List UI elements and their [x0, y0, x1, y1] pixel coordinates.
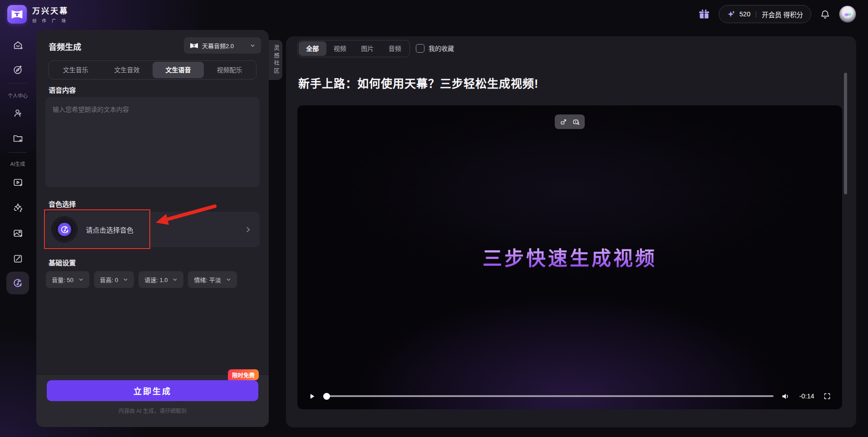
- chevron-down-icon: [79, 277, 84, 282]
- video-controls: -0:14: [308, 388, 831, 404]
- panel-footer: 限时免费 立即生成 内容由 AI 生成，请仔细甄别: [36, 374, 269, 427]
- video-caption: 三步快速生成视频: [297, 243, 842, 271]
- fullscreen-icon: [823, 392, 831, 400]
- membership-label: 开会员 得积分: [762, 10, 803, 19]
- fullscreen-button[interactable]: [823, 392, 831, 400]
- panel-title: 音频生成: [49, 40, 81, 52]
- voice-select-row[interactable]: 请点击选择音色: [45, 212, 260, 247]
- notification-bell-icon[interactable]: [820, 9, 830, 20]
- community-tab[interactable]: 灵感社区: [267, 40, 282, 80]
- progress-slider[interactable]: [323, 392, 774, 400]
- image-generate-icon: [12, 228, 24, 239]
- audio-mode-tabs: 文生音乐 文生音效 文生语音 视频配乐: [49, 60, 256, 79]
- audio-generate-icon: [12, 277, 24, 289]
- sidebar-item-home[interactable]: [8, 35, 27, 55]
- speed-select[interactable]: 语速: 1.0: [138, 271, 183, 288]
- page-title: 新手上路：如何使用天幕？三步轻松生成视频!: [298, 74, 538, 91]
- scrollbar-thumb[interactable]: [844, 73, 847, 194]
- tab-video-score[interactable]: 视频配乐: [204, 62, 255, 78]
- sidebar-divider: [9, 83, 27, 84]
- media-filter-tabs: 全部 视频 图片 音频: [297, 40, 410, 57]
- brand-subtitle: 创 作 广 场: [32, 18, 69, 24]
- filter-tab-video[interactable]: 视频: [326, 41, 354, 56]
- progress-thumb[interactable]: [323, 393, 330, 400]
- voice-content-input[interactable]: [45, 97, 260, 187]
- audio-generation-panel: 音频生成 天幕音频2.0 文生音乐 文生音效 文生语音 视频配乐 语音内容 音色…: [36, 30, 269, 427]
- generate-button[interactable]: 立即生成: [47, 380, 258, 401]
- sidebar-item-files[interactable]: [8, 129, 27, 148]
- tianmu-mini-icon: [190, 43, 198, 49]
- voice-select-placeholder: 请点击选择音色: [86, 225, 133, 234]
- favorites-checkbox[interactable]: [416, 44, 424, 53]
- home-icon: [12, 40, 24, 51]
- play-icon: [308, 392, 316, 400]
- limited-free-badge: 限时免费: [228, 369, 259, 380]
- video-edit-icon[interactable]: [572, 118, 580, 126]
- credits-count: 520: [740, 10, 750, 18]
- ai-disclaimer: 内容由 AI 生成，请仔细甄别: [36, 407, 269, 414]
- gift-icon[interactable]: [698, 8, 710, 20]
- emotion-select[interactable]: 情绪: 平淡: [188, 271, 237, 288]
- vinyl-record-icon: [51, 216, 78, 243]
- filter-tab-audio[interactable]: 音频: [381, 41, 409, 56]
- model-selector-value: 天幕音频2.0: [202, 41, 234, 50]
- chevron-right-icon: [245, 226, 252, 233]
- tab-text-to-speech[interactable]: 文生语音: [153, 62, 204, 78]
- basic-settings-label: 基础设置: [49, 258, 76, 267]
- sparkle-icon: [727, 10, 735, 19]
- voice-content-label: 语音内容: [49, 85, 76, 94]
- community-tab-label: 灵感社区: [272, 45, 281, 75]
- play-button[interactable]: [308, 392, 316, 400]
- chevron-down-icon: [173, 277, 178, 282]
- tab-text-to-sfx[interactable]: 文生音效: [101, 62, 153, 78]
- chevron-down-icon: [226, 277, 231, 282]
- effects-icon: [12, 202, 24, 213]
- user-avatar[interactable]: [839, 5, 856, 23]
- profile-icon: [12, 108, 24, 119]
- pitch-value: 音高: 0: [100, 275, 118, 284]
- sidebar-item-effects[interactable]: [8, 198, 27, 217]
- basic-settings-row: 音量: 50 音高: 0 语速: 1.0 情绪: 平淡: [46, 271, 237, 288]
- filter-tab-all[interactable]: 全部: [299, 41, 326, 56]
- emotion-value: 情绪: 平淡: [194, 275, 221, 284]
- filter-tab-image[interactable]: 图片: [354, 41, 381, 56]
- video-toolbar: [555, 114, 585, 129]
- chevron-down-icon: [123, 277, 128, 282]
- video-player[interactable]: 三步快速生成视频 -0:14: [297, 105, 842, 409]
- pip-icon[interactable]: [560, 118, 567, 126]
- brand-title: 万兴天幕: [32, 5, 69, 16]
- tab-text-to-music[interactable]: 文生音乐: [50, 62, 101, 78]
- app-root: 万兴天幕 创 作 广 场 520: [0, 0, 868, 437]
- sidebar-group-personal: 个人中心: [0, 92, 35, 99]
- progress-track[interactable]: [323, 395, 774, 397]
- topbar-actions: 520 开会员 得积分: [698, 5, 856, 23]
- sidebar-item-image-generate[interactable]: [8, 223, 27, 243]
- voice-select-label: 音色选择: [49, 199, 76, 209]
- pitch-select[interactable]: 音高: 0: [94, 271, 134, 288]
- membership-credits-button[interactable]: 520 开会员 得积分: [719, 5, 811, 23]
- sidebar-item-profile[interactable]: [8, 104, 27, 123]
- sidebar-item-ai-edit[interactable]: [8, 249, 27, 268]
- brand-text: 万兴天幕 创 作 广 场: [32, 5, 69, 24]
- sidebar: 个人中心 AI生成: [0, 28, 35, 437]
- app-logo-icon: [7, 5, 27, 24]
- favorites-label: 我的收藏: [429, 44, 454, 53]
- speed-value: 语速: 1.0: [144, 275, 168, 284]
- sidebar-item-audio-generate[interactable]: [6, 272, 29, 294]
- pill-separator: [756, 11, 756, 17]
- volume-value: 音量: 50: [52, 275, 74, 284]
- sidebar-group-ai: AI生成: [0, 160, 35, 167]
- ai-edit-icon: [12, 253, 24, 264]
- video-generate-icon: [12, 177, 24, 188]
- favorites-filter[interactable]: 我的收藏: [416, 44, 454, 53]
- sidebar-item-video-generate[interactable]: [8, 173, 27, 192]
- topbar: 万兴天幕 创 作 广 场 520: [0, 0, 868, 28]
- volume-icon: [781, 392, 790, 401]
- content-panel: 全部 视频 图片 音频 我的收藏 新手上路：如何使用天幕？三步轻松生成视频! 三…: [286, 36, 856, 427]
- volume-button[interactable]: [781, 392, 790, 401]
- brand[interactable]: 万兴天幕 创 作 广 场: [7, 5, 69, 24]
- model-selector[interactable]: 天幕音频2.0: [184, 37, 261, 54]
- volume-select[interactable]: 音量: 50: [46, 271, 89, 288]
- sidebar-item-explore[interactable]: [8, 60, 27, 79]
- sidebar-divider: [9, 152, 27, 153]
